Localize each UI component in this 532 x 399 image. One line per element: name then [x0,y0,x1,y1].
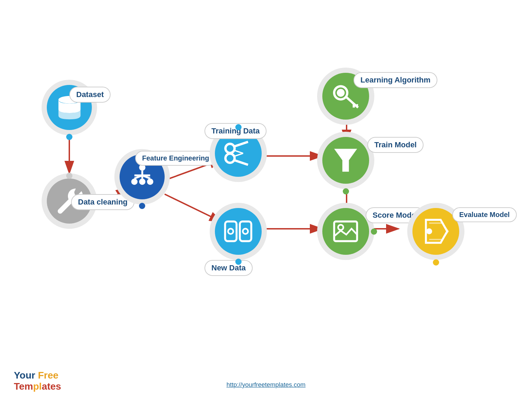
svg-line-23 [233,142,248,147]
svg-line-24 [233,160,248,165]
score-model-circle-outer [317,203,374,260]
svg-marker-36 [334,149,357,172]
svg-point-29 [228,229,233,234]
train-model-label: Train Model [367,137,424,153]
svg-line-25 [233,150,243,153]
connector-dot [371,228,377,235]
feature-engineering-label: Feature Engineering [135,151,216,166]
footer-link[interactable]: http://yourfreetemplates.com [226,381,305,389]
connector-dot [343,188,349,194]
svg-line-26 [233,154,243,157]
connector-dot [139,203,145,209]
svg-point-21 [226,144,235,153]
svg-point-13 [131,179,137,185]
svg-point-15 [147,179,153,185]
svg-line-32 [346,97,358,107]
footer: http://yourfreetemplates.com [0,381,532,389]
new-data-label: New Data [204,260,253,276]
svg-point-14 [139,179,145,185]
svg-point-35 [338,90,344,96]
svg-point-22 [226,154,235,163]
connector-dot [235,259,242,265]
connector-dot [343,112,349,118]
connector-dot [66,173,72,179]
connector-dot [235,124,242,130]
svg-point-30 [243,229,248,234]
connector-dot [433,259,439,266]
dataset-label: Dataset [69,87,111,103]
evaluate-model-label: Evaluate Model [452,207,517,222]
connector-dot [66,134,72,140]
svg-point-39 [427,229,431,233]
svg-point-38 [338,225,343,230]
new-data-circle-outer [210,203,267,260]
svg-rect-27 [225,222,237,241]
train-model-circle-outer [317,132,374,189]
svg-rect-28 [240,222,251,241]
diagram-container: Dataset Data cleaning [21,45,513,305]
learning-algorithm-label: Learning Algorithm [354,72,437,88]
logo: Your Free Templates [14,370,61,392]
